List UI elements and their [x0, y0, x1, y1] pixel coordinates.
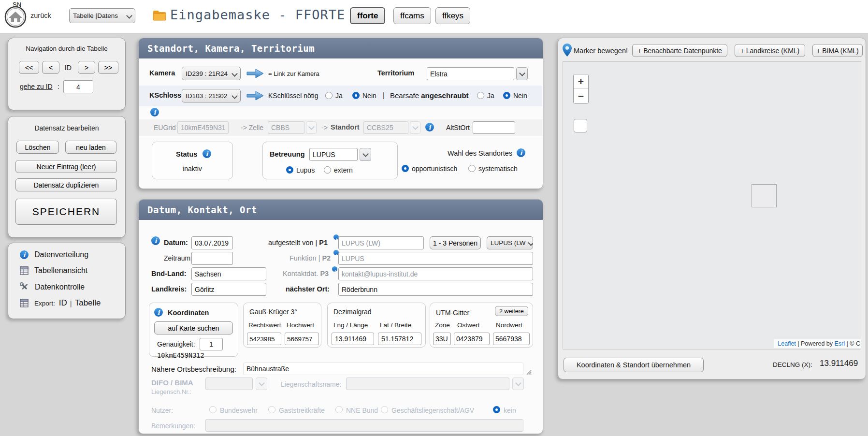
- opportunistisch-radio[interactable]: [402, 165, 409, 172]
- gauss-krueger-box: Gauß-Krüger 3° Rechtswert Hochwert: [243, 303, 321, 348]
- kamera-select[interactable]: ID239 : 21R24: [182, 67, 241, 80]
- nav-last-button[interactable]: >>: [98, 61, 118, 74]
- nav-next-button[interactable]: >: [78, 61, 95, 74]
- map-layers-button[interactable]: [574, 119, 587, 132]
- reload-button[interactable]: neu laden: [65, 141, 116, 154]
- hochwert-input[interactable]: [285, 333, 319, 345]
- datum-input[interactable]: [191, 236, 233, 249]
- table-select[interactable]: Tabelle [Datens: [69, 8, 135, 23]
- zeitraum-input[interactable]: [191, 252, 233, 265]
- datum-info-icon[interactable]: [151, 236, 160, 245]
- ort-input[interactable]: [338, 283, 533, 296]
- info-icon: [20, 250, 29, 259]
- table-icon: [20, 266, 29, 275]
- bearsafe-ja-radio[interactable]: [477, 92, 484, 99]
- apply-coordinates-button[interactable]: Koordinaten & Standort übernehmen: [564, 358, 704, 372]
- lat-input[interactable]: [378, 333, 421, 345]
- kschluessel-nein-radio[interactable]: [352, 92, 360, 99]
- wahl-label: Wahl des Standortes: [448, 149, 512, 157]
- zoom-out-button[interactable]: −: [574, 89, 588, 103]
- export-table-icon: [20, 299, 29, 307]
- systematisch-radio[interactable]: [468, 165, 476, 172]
- p1-select[interactable]: LUPUS (LW: [487, 236, 533, 249]
- betreuung-lupus-radio[interactable]: [286, 166, 293, 174]
- altstort-input[interactable]: [473, 121, 515, 134]
- app-tab-ffcams[interactable]: ffcams: [393, 7, 431, 24]
- kschloss-info-icon[interactable]: [150, 108, 159, 116]
- territorium-dropdown-button[interactable]: [516, 67, 528, 80]
- kschluessel-ja-radio[interactable]: [325, 92, 333, 99]
- map-zoom-control: + −: [573, 74, 589, 104]
- map-canvas[interactable]: + − Leaflet | Powered by Esri | © C: [563, 61, 861, 349]
- save-button[interactable]: SPEICHERN: [15, 199, 117, 225]
- territorium-input[interactable]: [427, 67, 514, 80]
- nutzer-option-label: NNE Bund: [346, 407, 378, 414]
- declng-value: 13.911469: [820, 359, 858, 368]
- betreuung-dropdown-button[interactable]: [360, 148, 371, 161]
- back-link[interactable]: zurück: [30, 12, 51, 19]
- p3-input[interactable]: [338, 267, 533, 280]
- utm-ostwert-input[interactable]: [454, 333, 490, 345]
- sidebar-item-datenkontrolle[interactable]: Datenkontrolle: [20, 282, 85, 291]
- app-tab-fforte[interactable]: fforte: [350, 7, 385, 24]
- export-id-link[interactable]: ID: [59, 298, 67, 308]
- rechtswert-input[interactable]: [247, 333, 281, 345]
- nutzer-option-label: Geschäftsliegenschaft/AGV: [391, 407, 474, 414]
- koordinaten-info-icon[interactable]: [154, 308, 163, 317]
- datenpunkte-button[interactable]: + Benachbarte Datenpunkte: [632, 44, 727, 57]
- betreuung-lupus-label: Lupus: [296, 166, 315, 174]
- kschloss-select[interactable]: ID103 : 21S02: [182, 89, 241, 102]
- personen-button[interactable]: 1 - 3 Personen: [430, 236, 481, 249]
- table-select-value: Tabelle [Datens: [73, 12, 118, 19]
- nutzer-bundeswehr-radio: [209, 406, 217, 413]
- gk-col2-label: Hochwert: [287, 321, 314, 329]
- esri-link[interactable]: Esri: [835, 340, 845, 347]
- lng-input[interactable]: [332, 333, 374, 345]
- utm-more-button[interactable]: 2 weitere: [495, 306, 528, 316]
- map-tile-fragment: [766, 184, 777, 207]
- status-info-icon[interactable]: [203, 149, 211, 158]
- sidebar-item-datenverteilung[interactable]: Datenverteilung: [20, 250, 88, 259]
- home-icon[interactable]: [4, 6, 27, 28]
- kamera-label: Kamera: [149, 69, 175, 77]
- new-entry-button[interactable]: Neuer Eintrag (leer): [15, 160, 117, 173]
- bima-kml-button[interactable]: + BIMA (KML): [812, 44, 863, 57]
- betreuung-input[interactable]: [309, 148, 358, 161]
- bearsafe-nein-label: Nein: [513, 92, 527, 100]
- utm-nordwert-input[interactable]: [493, 333, 530, 345]
- utm-col2-label: Ostwert: [457, 321, 480, 329]
- export-tabelle-link[interactable]: Tabelle: [75, 298, 101, 308]
- gk-title: Gauß-Krüger 3°: [249, 308, 297, 316]
- p3-info-icon[interactable]: [332, 266, 337, 272]
- tools-box: Datenverteilung Tabellenansicht Datenkon…: [8, 243, 126, 319]
- genauigkeit-input[interactable]: [200, 338, 223, 350]
- karte-suchen-button[interactable]: auf Karte suchen: [154, 321, 233, 334]
- nutzer-kein-radio[interactable]: [493, 406, 500, 413]
- resize-grip-icon[interactable]: [525, 369, 532, 375]
- betreuung-extern-label: extern: [334, 166, 353, 174]
- goto-id-input[interactable]: [63, 80, 93, 93]
- ortsbeschreibung-input[interactable]: [243, 363, 523, 375]
- landkreise-kml-button[interactable]: + Landkreise (KML): [735, 44, 805, 57]
- utm-col3-label: Nordwert: [496, 321, 522, 329]
- zoom-in-button[interactable]: +: [574, 74, 588, 89]
- landkreis-input[interactable]: [191, 283, 266, 296]
- delete-button[interactable]: Löschen: [16, 141, 59, 154]
- standort-info-icon[interactable]: [425, 123, 434, 131]
- utm-zone-input[interactable]: [433, 333, 451, 345]
- duplicate-button[interactable]: Datensatz duplizieren: [15, 178, 117, 191]
- goto-id-link[interactable]: gehe zu ID: [20, 83, 53, 90]
- app-tab-ffkeys[interactable]: ffkeys: [435, 7, 470, 24]
- leaflet-link[interactable]: Leaflet: [778, 340, 796, 347]
- betreuung-extern-radio[interactable]: [324, 166, 331, 174]
- nav-prev-button[interactable]: <: [42, 61, 59, 74]
- sidebar-item-tabellenansicht[interactable]: Tabellenansicht: [20, 266, 87, 275]
- nav-first-button[interactable]: <<: [19, 61, 39, 74]
- wahl-info-icon[interactable]: [517, 148, 525, 157]
- p2-input[interactable]: [338, 252, 533, 265]
- chevron-down-icon: [412, 124, 419, 130]
- opportunistisch-label: opportunistisch: [412, 165, 457, 173]
- bndland-input[interactable]: [191, 267, 266, 280]
- bearsafe-nein-radio[interactable]: [503, 92, 510, 99]
- p1-input[interactable]: [338, 236, 424, 249]
